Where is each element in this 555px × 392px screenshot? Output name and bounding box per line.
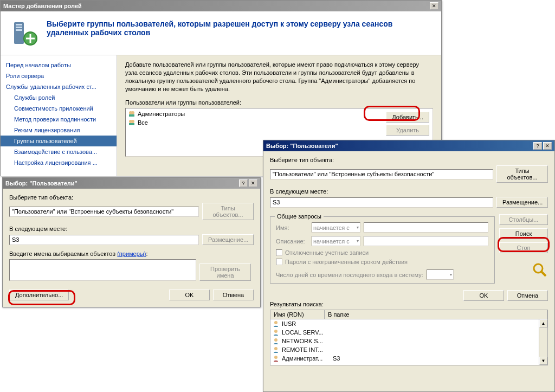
object-types-button[interactable]: Типы объектов...	[202, 203, 254, 220]
svg-rect-3	[16, 29, 22, 31]
nav-license-config[interactable]: Настройка лицензирования ...	[1, 157, 117, 168]
wizard-description: Добавьте пользователей или группы пользо…	[125, 61, 433, 93]
scrollbar[interactable]: ▲ ▼	[539, 319, 547, 365]
scroll-up-icon[interactable]: ▲	[539, 319, 547, 327]
common-queries-group: Общие запросы Имя: начинается с Описание…	[270, 216, 495, 284]
users-list-label: Пользователи или группы пользователей:	[125, 99, 433, 106]
result-item[interactable]: NETWORK S...	[270, 337, 547, 345]
result-item[interactable]: IUSR	[270, 319, 547, 328]
columns-button[interactable]: Столбцы...	[499, 214, 548, 225]
name-filter-label: Имя:	[276, 224, 308, 231]
titlebar-buttons: ? ✕	[533, 142, 552, 150]
object-type-label: Выберите тип объекта:	[9, 194, 254, 201]
col-name[interactable]: Имя (RDN)	[270, 310, 325, 319]
results-label: Результаты поиска:	[270, 301, 548, 307]
advanced-button[interactable]: Дополнительно...	[9, 290, 69, 300]
wizard-heading: Выберите группы пользователей, которым р…	[47, 20, 426, 47]
help-icon[interactable]: ?	[533, 142, 542, 150]
checkbox-icon	[276, 259, 282, 265]
select-value: начинается с	[313, 238, 350, 245]
nav-role-services[interactable]: Службы ролей	[1, 92, 117, 103]
names-label-text: Введите имена выбираемых объектов	[9, 250, 115, 257]
object-type-field: "Пользователи" или "Встроенные субъекты …	[9, 207, 199, 217]
names-input[interactable]	[9, 259, 196, 281]
svg-point-13	[274, 321, 278, 324]
result-item[interactable]: Администрат...S3	[270, 354, 547, 363]
list-item[interactable]: Все	[127, 118, 384, 127]
object-type-field: "Пользователи" или "Встроенные субъекты …	[270, 169, 493, 179]
nav-server-roles[interactable]: Роли сервера	[1, 70, 117, 81]
checkbox-icon	[276, 249, 282, 256]
search-button[interactable]: Поиск	[499, 228, 548, 239]
svg-rect-1	[16, 24, 22, 25]
cancel-button[interactable]: Отмена	[507, 290, 548, 301]
desc-filter-input[interactable]	[364, 236, 488, 246]
titlebar-buttons: ✕	[430, 2, 438, 10]
result-name: LOCAL SERV...	[282, 329, 331, 336]
svg-point-6	[131, 111, 134, 114]
stop-button[interactable]: Стоп	[499, 242, 548, 253]
object-types-button[interactable]: Типы объектов...	[496, 165, 548, 183]
user-icon	[272, 337, 280, 345]
result-name: Администрат...	[282, 355, 331, 362]
name-filter-input[interactable]	[364, 222, 488, 233]
disabled-accounts-checkbox[interactable]: Отключенные учетные записи	[276, 249, 489, 256]
svg-point-17	[274, 356, 278, 359]
wizard-title: Мастер добавления ролей	[3, 3, 82, 9]
result-item[interactable]: REMOTE INT...	[270, 345, 547, 354]
nonexpiring-password-checkbox[interactable]: Пароли с неограниченным сроком действия	[276, 259, 489, 265]
group-icon	[128, 119, 135, 126]
user-icon	[272, 329, 280, 336]
nav-licensing[interactable]: Режим лицензирования	[1, 125, 117, 136]
delete-button[interactable]: Удалить	[386, 125, 429, 136]
check-names-button[interactable]: Проверить имена	[199, 264, 251, 281]
location-button[interactable]: Размещение...	[496, 197, 548, 208]
result-folder: S3	[333, 355, 340, 362]
examples-link[interactable]: (примеры)	[117, 250, 146, 257]
dlg1-body: Выберите тип объекта: "Пользователи" или…	[3, 189, 260, 306]
nav-auth-method[interactable]: Метод проверки подлинности	[1, 114, 117, 125]
location-button[interactable]: Размещение...	[202, 234, 254, 245]
add-button[interactable]: Добавить...	[386, 112, 429, 123]
nav-user-groups[interactable]: Группы пользователей	[1, 136, 117, 146]
close-icon[interactable]: ✕	[543, 142, 552, 150]
titlebar-buttons: ? ✕	[239, 179, 257, 187]
ok-button[interactable]: OK	[169, 290, 210, 300]
close-icon[interactable]: ✕	[430, 2, 438, 10]
result-name: REMOTE INT...	[282, 346, 331, 353]
svg-rect-7	[129, 114, 134, 117]
select-value: начинается с	[313, 224, 350, 231]
nav-user-experience[interactable]: Взаимодействие с пользова...	[1, 146, 117, 157]
result-item[interactable]: LOCAL SERV...	[270, 328, 547, 337]
select-users-dialog-1: Выбор: "Пользователи" ? ✕ Выберите тип о…	[2, 177, 261, 307]
close-icon[interactable]: ✕	[249, 179, 257, 187]
days-select[interactable]	[427, 269, 454, 280]
group-title: Общие запросы	[275, 213, 324, 220]
query-buttons: Столбцы... Поиск Стоп	[499, 213, 548, 287]
nav-rds[interactable]: Службы удаленных рабочих ст...	[1, 81, 117, 92]
result-name: NETWORK S...	[282, 338, 331, 344]
magnifier-icon	[532, 262, 548, 278]
list-item[interactable]: Администраторы	[127, 110, 384, 118]
dlg2-title: Выбор: "Пользователи"	[266, 143, 338, 149]
svg-line-12	[541, 272, 546, 276]
svg-point-16	[274, 347, 278, 350]
wizard-nav: Перед началом работы Роли сервера Службы…	[1, 55, 117, 176]
desc-filter-label: Описание:	[276, 238, 308, 245]
nav-before-start[interactable]: Перед началом работы	[1, 60, 117, 70]
cancel-button[interactable]: Отмена	[213, 290, 254, 300]
name-condition-select[interactable]: начинается с	[312, 222, 360, 233]
location-field: S3	[270, 197, 493, 208]
desc-condition-select[interactable]: начинается с	[312, 236, 360, 246]
col-folder[interactable]: В папке	[325, 310, 547, 319]
nav-app-compat[interactable]: Совместимость приложений	[1, 103, 117, 114]
scroll-down-icon[interactable]: ▼	[539, 357, 547, 365]
user-icon	[272, 320, 280, 327]
ok-button[interactable]: OK	[463, 290, 504, 301]
list-item-label: Администраторы	[138, 111, 185, 117]
wizard-header: Выберите группы пользователей, которым р…	[1, 11, 441, 55]
help-icon[interactable]: ?	[239, 179, 248, 187]
results-list[interactable]: IUSR LOCAL SERV... NETWORK S... REMOTE I…	[270, 319, 548, 365]
location-field: S3	[9, 235, 199, 245]
results-header: Имя (RDN) В папке	[270, 310, 548, 319]
